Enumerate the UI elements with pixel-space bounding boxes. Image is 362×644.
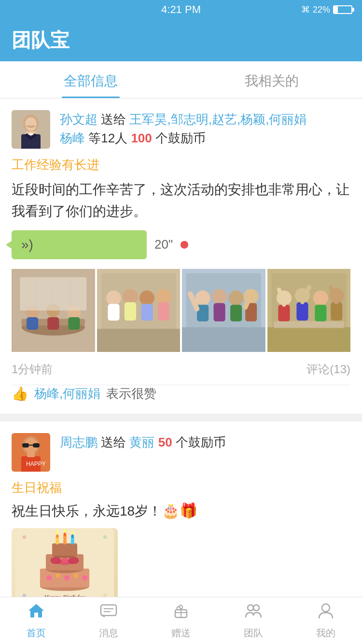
svg-rect-2	[21, 134, 41, 149]
photo-2[interactable]	[97, 269, 181, 352]
avatar-post1	[12, 110, 50, 149]
team-icon	[245, 602, 262, 624]
svg-point-3	[25, 117, 37, 131]
svg-point-108	[322, 604, 330, 612]
svg-point-31	[195, 290, 210, 305]
feed-item-1-meta: 孙文超 送给 王军昊,邹志明,赵艺,杨颖,何丽娟 杨峰 等12人 100 个鼓励…	[60, 110, 350, 149]
nav-team-label: 团队	[244, 627, 263, 640]
app-title: 团队宝	[12, 29, 70, 51]
svg-point-107	[253, 605, 259, 611]
feed-item-2-meta: 周志鹏 送给 黄丽 50 个鼓励币	[60, 433, 350, 472]
svg-rect-86	[52, 544, 77, 556]
svg-rect-27	[157, 302, 169, 321]
svg-point-98	[71, 531, 74, 534]
svg-rect-55	[267, 327, 351, 352]
cake-emoji: 🎂	[162, 503, 180, 518]
svg-point-77	[74, 574, 78, 578]
likers-1: 杨峰,何丽娟	[34, 385, 100, 402]
battery-icon	[333, 5, 352, 14]
photo-grid-1	[12, 269, 350, 352]
bottom-nav: 首页 消息 赠送	[0, 597, 362, 644]
svg-rect-60	[22, 443, 29, 448]
coin-count-1: 100	[131, 131, 152, 145]
svg-rect-13	[68, 317, 80, 330]
message-icon	[100, 602, 117, 624]
svg-point-20	[106, 290, 121, 305]
tab-bar: 全部信息 我相关的	[0, 61, 362, 98]
home-icon	[28, 602, 45, 624]
feed-item-1-likes: 👍 杨峰,何丽娟 表示很赞	[12, 385, 350, 402]
svg-point-82	[50, 557, 61, 564]
svg-point-36	[229, 290, 244, 305]
status-right-icons: ⌘ 22%	[301, 4, 352, 15]
svg-rect-28	[97, 329, 181, 352]
photo-4[interactable]	[267, 269, 351, 352]
svg-rect-9	[27, 317, 38, 330]
recipients-2: 黄丽	[129, 435, 154, 449]
svg-point-69	[103, 535, 107, 539]
timestamp-1: 1分钟前	[12, 362, 53, 377]
svg-rect-61	[33, 443, 40, 448]
voice-wave-icon: »)	[21, 237, 33, 252]
svg-rect-53	[331, 302, 342, 321]
svg-point-26	[156, 289, 171, 304]
svg-rect-35	[214, 303, 225, 321]
feed-item-1-tag: 工作经验有长进	[12, 156, 350, 173]
voice-bubble[interactable]: »)	[12, 230, 147, 259]
svg-point-50	[313, 290, 328, 305]
svg-point-24	[139, 290, 154, 305]
feed-item-2-header: HAPPY 周志鹏 送给 黄丽 50 个鼓励币	[12, 433, 350, 472]
svg-point-22	[123, 289, 138, 304]
comment-count-1[interactable]: 评论(13)	[306, 362, 350, 377]
feed-item-1-action: 孙文超 送给 王军昊,邹志明,赵艺,杨颖,何丽娟 杨峰 等12人 100 个鼓励…	[60, 110, 350, 148]
nav-messages-label: 消息	[99, 627, 118, 640]
svg-rect-37	[230, 305, 242, 322]
svg-rect-23	[124, 302, 136, 321]
nav-messages[interactable]: 消息	[72, 597, 145, 644]
nav-home-label: 首页	[27, 627, 46, 640]
svg-point-74	[46, 575, 52, 581]
voice-message-1[interactable]: ») 20"	[12, 230, 350, 259]
tab-all[interactable]: 全部信息	[0, 61, 181, 98]
status-bar: 4:21 PM ⌘ 22%	[0, 0, 362, 19]
avatar-post2: HAPPY	[12, 433, 50, 472]
svg-point-91	[64, 532, 67, 536]
voice-record-dot	[181, 241, 188, 249]
gift-emoji: 🎁	[180, 503, 197, 518]
photo-1[interactable]	[12, 269, 95, 352]
svg-rect-25	[141, 304, 153, 321]
nav-gift[interactable]: 赠送	[145, 597, 217, 644]
like-suffix-1: 表示很赞	[106, 385, 156, 402]
svg-rect-56	[274, 321, 344, 328]
recipients-1b: 杨峰	[60, 131, 85, 145]
feed: 孙文超 送给 王军昊,邹志明,赵艺,杨颖,何丽娟 杨峰 等12人 100 个鼓励…	[0, 98, 362, 644]
svg-rect-21	[108, 304, 119, 321]
svg-point-106	[248, 605, 253, 611]
svg-point-83	[68, 557, 79, 564]
feed-item-1: 孙文超 送给 王军昊,邹志明,赵艺,杨颖,何丽娟 杨峰 等12人 100 个鼓励…	[0, 98, 362, 414]
feed-item-1-text: 近段时间的工作辛苦了，这次活动的安排也非常用心，让我看到了你们的进步。	[12, 179, 350, 223]
bluetooth-icon: ⌘	[301, 4, 310, 15]
recipients-1: 王军昊,邹志明,赵艺,杨颖,何丽娟	[129, 112, 306, 126]
svg-rect-65	[27, 452, 35, 457]
svg-point-75	[56, 574, 60, 578]
tab-mine[interactable]: 我相关的	[181, 61, 362, 98]
svg-text:HAPPY: HAPPY	[26, 461, 46, 467]
svg-point-76	[64, 575, 70, 581]
battery-percentage: 22%	[313, 5, 330, 15]
coin-count-2: 50	[158, 435, 172, 449]
profile-icon	[317, 602, 334, 624]
svg-point-88	[56, 534, 59, 538]
nav-home[interactable]: 首页	[0, 597, 72, 644]
svg-point-94	[71, 534, 74, 538]
feed-item-1-footer: 1分钟前 评论(13)	[12, 362, 350, 377]
svg-rect-51	[315, 305, 326, 322]
svg-point-34	[212, 289, 227, 304]
svg-point-68	[23, 535, 26, 539]
photo-3[interactable]	[182, 269, 265, 352]
svg-rect-41	[182, 327, 265, 352]
feed-item-2-tag: 生日祝福	[12, 479, 350, 496]
nav-profile[interactable]: 我的	[290, 597, 362, 644]
nav-team[interactable]: 团队	[217, 597, 290, 644]
gift-nav-icon	[172, 602, 190, 624]
